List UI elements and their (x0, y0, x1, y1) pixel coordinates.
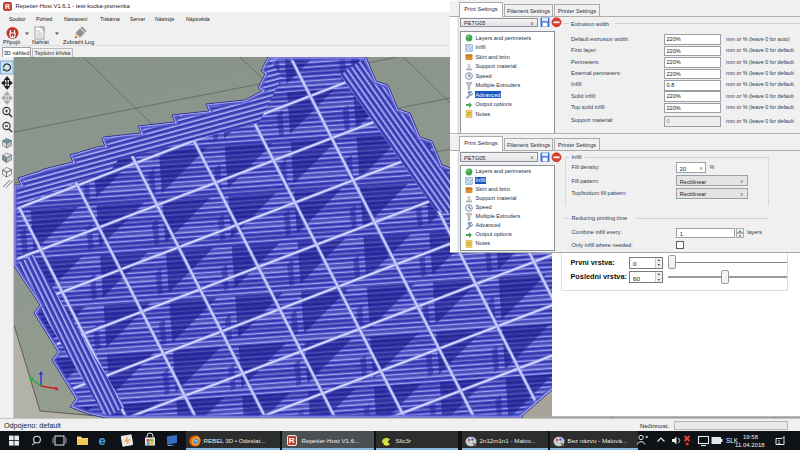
svg-text:1: 1 (778, 439, 781, 445)
svg-text:e: e (99, 433, 106, 448)
svg-text:11.04.2018: 11.04.2018 (735, 442, 765, 448)
svg-text:19:58: 19:58 (743, 434, 759, 440)
